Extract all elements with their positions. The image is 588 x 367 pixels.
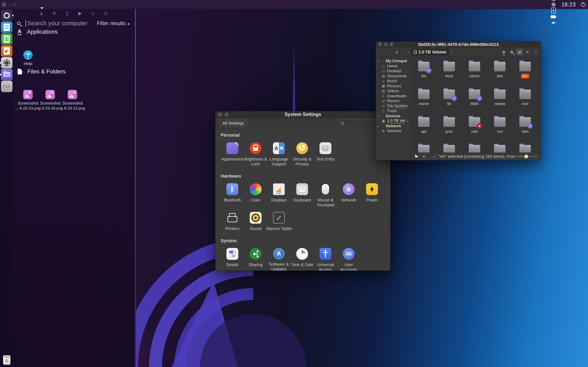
dash-file-screenshot-6-23-16[interactable]: Screenshot ... 6-23-16.png <box>39 90 61 110</box>
file-manager-titlebar[interactable]: × – □ 30d2fc3c-9f61-4470-b7da-088e095cd1… <box>376 42 541 48</box>
settings-item-time-date[interactable]: Time & Date <box>291 248 314 271</box>
sidebar-item-1tb-volume[interactable]: ∨ 1.0 TB Vol… ▲ <box>376 118 411 124</box>
settings-item-sharing[interactable]: Sharing <box>244 248 267 271</box>
lens-files[interactable]: ▯ <box>65 11 70 16</box>
settings-item-power[interactable]: Power <box>360 183 384 207</box>
settings-item-bluetooth[interactable]: Bluetooth <box>221 183 244 207</box>
zoom-slider[interactable] <box>518 154 539 159</box>
folder-sbin[interactable]: sbin <box>512 115 538 143</box>
launcher-trash[interactable] <box>1 354 12 366</box>
sidebar-item-network[interactable]: ∨ Network ▲ <box>376 128 411 133</box>
sidebar-item-pictures[interactable]: ∨ Pictures ▲ <box>376 83 411 89</box>
launcher-ssd-volume[interactable]: SSD <box>1 81 12 92</box>
folder-lib[interactable]: lib <box>437 87 462 115</box>
folder-boot[interactable]: boot <box>437 60 462 87</box>
lens-photos[interactable]: ⊙ <box>103 11 108 16</box>
settings-item-universal-access[interactable]: Universal Access <box>314 248 337 271</box>
settings-item-appearance[interactable]: Appearance <box>221 142 244 166</box>
dash-file-screenshot-6-23-12[interactable]: Screenshot ... 6-23-12.png <box>61 90 84 110</box>
breadcrumb-right-chevron[interactable]: › <box>449 49 454 55</box>
location-pin-button[interactable] <box>500 49 507 55</box>
lens-home[interactable]: ⌂ <box>39 11 44 16</box>
settings-item-language-support[interactable]: Language Support <box>267 142 291 166</box>
minimize-button[interactable]: – <box>9 3 11 6</box>
folder-etc[interactable]: etc <box>512 60 538 87</box>
settings-item-keyboard[interactable]: Keyboard <box>291 183 314 207</box>
settings-item-user-accounts[interactable]: User Accounts <box>337 248 360 271</box>
bluetooth-indicator-icon[interactable] <box>550 8 557 14</box>
settings-item-mouse-touchpad[interactable]: Mouse & Touchpad <box>314 183 337 207</box>
folder-dev[interactable]: dev <box>487 60 512 87</box>
search-input[interactable]: Search your computer <box>27 20 87 27</box>
folder-cdrom[interactable]: cdrom <box>462 60 487 87</box>
minimize-button[interactable]: – <box>224 112 229 117</box>
sidebar-section-network[interactable]: ∨ Network ▲ <box>376 124 411 129</box>
folder-opt[interactable]: opt <box>411 115 437 143</box>
clock[interactable]: 16:23 <box>562 1 576 8</box>
dash-app-help[interactable]: Help <box>17 50 39 66</box>
close-button[interactable]: × <box>218 112 222 117</box>
sidebar-item-home[interactable]: ∨ Home ▲ <box>376 64 411 69</box>
settings-item-sound[interactable]: Sound <box>244 212 267 231</box>
filter-results-button[interactable]: Filter results▸ <box>97 20 130 26</box>
settings-item-color[interactable]: Color <box>244 183 267 207</box>
sidebar-section-my-computer[interactable]: ∨ My Computer ▲ <box>376 58 411 64</box>
folder-proc[interactable]: proc <box>437 115 462 143</box>
sidebar-item-documents[interactable]: ∨ Documents ▲ <box>376 74 411 79</box>
launcher-libreoffice-writer[interactable] <box>1 22 12 33</box>
sidebar-item-videos[interactable]: ∨ Videos ▲ <box>376 89 411 94</box>
launcher-file-manager[interactable] <box>1 69 12 80</box>
folder-media[interactable]: media <box>487 87 512 115</box>
collapse-arrow-icon[interactable]: ∨ <box>377 125 379 127</box>
compact-view-button[interactable]: ∷ <box>532 49 539 55</box>
treeview-toggle-button[interactable]: ≣ <box>421 154 427 159</box>
settings-titlebar[interactable]: × – System Settings <box>215 111 390 118</box>
up-button[interactable]: ∧ <box>393 49 400 55</box>
sidebar-item-music[interactable]: ∨ Music ▲ <box>376 78 411 83</box>
sidebar-item-file-system[interactable]: ∨ File System ▲ <box>376 104 411 109</box>
folder-home[interactable]: home <box>411 87 437 115</box>
forward-button[interactable]: › <box>385 49 392 55</box>
settings-item-security-privacy[interactable]: Security & Privacy <box>291 142 314 166</box>
session-power-icon[interactable] <box>581 2 586 7</box>
folder-mnt[interactable]: mnt <box>512 87 538 115</box>
settings-item-wacom-tablet[interactable]: Wacom Tablet <box>267 212 291 231</box>
maximize-button[interactable]: □ <box>14 3 16 6</box>
hide-sidebar-button[interactable]: ◁ <box>431 154 437 159</box>
settings-item-software-updates[interactable]: Software & Updates <box>267 248 291 271</box>
folder-lib64[interactable]: lib64 <box>462 87 487 115</box>
lens-video[interactable]: ▶ <box>77 11 83 16</box>
lens-applications[interactable]: A <box>52 11 57 16</box>
all-settings-button[interactable]: All Settings <box>219 119 247 127</box>
search-button[interactable] <box>508 49 515 55</box>
dash-file-screenshot-6-23-23[interactable]: Screenshot ... 6-23-23.png <box>17 90 39 110</box>
sidebar-section-devices[interactable]: ∨ Devices ▲ <box>376 114 411 119</box>
folder-bin[interactable]: bin <box>411 60 437 87</box>
settings-item-details[interactable]: Details <box>221 248 244 271</box>
breadcrumb-left-chevron[interactable]: ‹ <box>406 49 411 55</box>
list-view-button[interactable]: ≡ <box>524 49 531 55</box>
settings-item-text-entry[interactable]: Text Entry <box>314 142 337 166</box>
battery-icon[interactable] <box>550 14 557 20</box>
settings-item-network[interactable]: Network <box>337 183 360 207</box>
lens-music[interactable]: ♫ <box>90 11 95 16</box>
settings-item-brightness-lock[interactable]: Brightness & Lock <box>244 142 267 166</box>
places-toggle-button[interactable] <box>413 154 420 159</box>
network-indicator-icon[interactable] <box>550 1 557 8</box>
volume-icon[interactable] <box>550 20 557 26</box>
launcher-libreoffice-calc[interactable] <box>1 33 12 45</box>
minimize-button[interactable]: – <box>384 42 388 47</box>
maximize-button[interactable]: □ <box>389 42 393 47</box>
zoom-slider-handle[interactable] <box>524 155 528 158</box>
icon-view-button[interactable]: ⊞ <box>516 49 523 55</box>
back-button[interactable]: ‹ <box>378 49 384 55</box>
breadcrumb[interactable]: 1.0 TB Volume <box>411 49 449 55</box>
settings-item-printers[interactable]: Printers <box>221 212 244 231</box>
sidebar-item-downloads[interactable]: ∨ Downloads ▲ <box>376 94 411 99</box>
eject-icon[interactable]: ▲ <box>407 120 409 122</box>
collapse-arrow-icon[interactable]: ∨ <box>377 59 379 62</box>
launcher-system-settings[interactable] <box>1 57 12 68</box>
sidebar-item-recent[interactable]: ∨ Recent ▲ <box>376 99 411 104</box>
settings-item-displays[interactable]: Displays <box>267 183 291 207</box>
folder-run[interactable]: run <box>487 115 512 143</box>
